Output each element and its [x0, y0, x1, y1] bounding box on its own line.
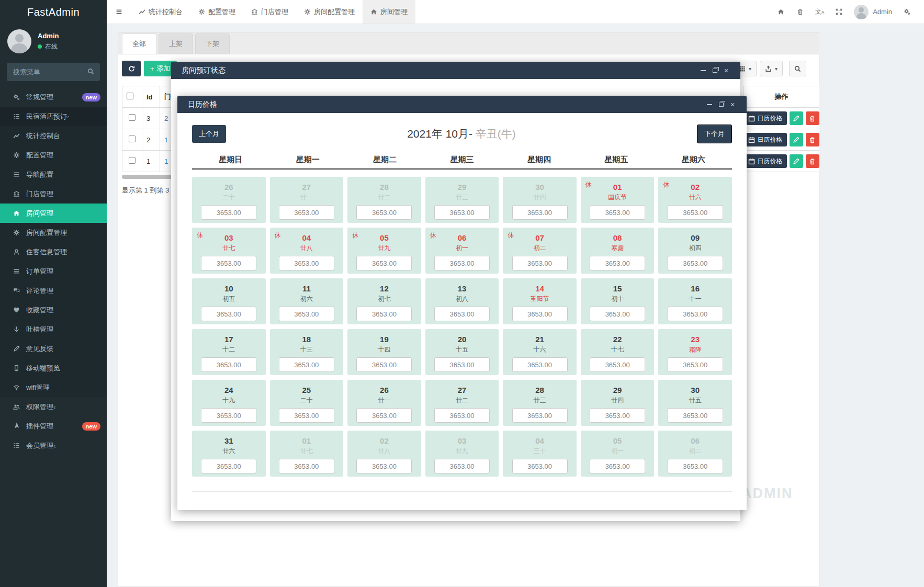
price-input[interactable]: [590, 256, 645, 270]
calendar-day-cell[interactable]: 休06初一: [425, 228, 499, 274]
topbar-tab-3[interactable]: 房间配置管理: [296, 0, 363, 24]
calendar-day-cell[interactable]: 休01国庆节: [581, 177, 655, 223]
price-input[interactable]: [590, 408, 645, 423]
price-input[interactable]: [512, 459, 568, 473]
calendar-price-button[interactable]: 日历价格: [744, 133, 787, 146]
sidebar-item-3[interactable]: 配置管理: [0, 145, 107, 165]
row-checkbox[interactable]: [129, 114, 136, 121]
minimize-button[interactable]: [704, 99, 715, 110]
calendar-day-cell[interactable]: 11初六: [270, 278, 344, 324]
home-icon-button[interactable]: [771, 8, 791, 15]
row-checkbox[interactable]: [129, 136, 136, 142]
price-input[interactable]: [668, 357, 723, 372]
sidebar-item-5[interactable]: 门店管理: [0, 184, 107, 204]
calendar-day-cell[interactable]: 12初七: [347, 278, 421, 324]
calendar-day-cell[interactable]: 20十五: [425, 329, 499, 375]
calendar-price-button[interactable]: 日历价格: [744, 154, 787, 168]
price-input[interactable]: [356, 357, 412, 372]
price-input[interactable]: [279, 256, 334, 270]
calendar-day-cell[interactable]: 27廿一: [270, 177, 344, 223]
edit-button[interactable]: [790, 133, 803, 146]
price-input[interactable]: [668, 307, 723, 321]
sidebar-item-18[interactable]: 会员管理‹: [0, 436, 107, 455]
price-input[interactable]: [201, 459, 256, 473]
room-status-modal-header[interactable]: 房间预订状态 ×: [171, 62, 740, 79]
refresh-button[interactable]: [122, 61, 141, 76]
sidebar-item-8[interactable]: 住客信息管理: [0, 242, 107, 262]
price-input[interactable]: [512, 256, 568, 270]
price-input[interactable]: [590, 205, 645, 220]
price-input[interactable]: [434, 357, 490, 372]
topbar-tab-4[interactable]: 房间管理: [363, 0, 415, 24]
calendar-day-cell[interactable]: 10初五: [192, 278, 266, 324]
price-input[interactable]: [201, 357, 256, 372]
sidebar-item-7[interactable]: 房间配置管理: [0, 223, 107, 242]
calendar-day-cell[interactable]: 休05廿九: [347, 228, 421, 274]
sidebar-item-13[interactable]: 意见反馈: [0, 339, 107, 358]
calendar-day-cell[interactable]: 21十六: [503, 329, 577, 375]
menu-search-input[interactable]: [7, 63, 100, 81]
price-input[interactable]: [668, 205, 723, 220]
calendar-day-cell[interactable]: 16十一: [658, 278, 732, 324]
sidebar-item-14[interactable]: 移动端预览: [0, 358, 107, 378]
price-input[interactable]: [434, 256, 490, 270]
edit-button[interactable]: [790, 154, 803, 168]
price-input[interactable]: [279, 307, 334, 321]
sidebar-item-17[interactable]: 插件管理new: [0, 416, 107, 436]
export-dropdown-button[interactable]: ▾: [760, 61, 783, 76]
topbar-tab-0[interactable]: 统计控制台: [131, 0, 190, 24]
calendar-day-cell[interactable]: 24十九: [192, 380, 266, 426]
calendar-day-cell[interactable]: 29廿四: [581, 380, 655, 426]
price-input[interactable]: [512, 357, 568, 372]
price-input[interactable]: [512, 307, 568, 321]
close-button[interactable]: ×: [727, 99, 738, 110]
filter-tab-1[interactable]: 上架: [159, 33, 193, 54]
price-input[interactable]: [434, 408, 490, 423]
price-input[interactable]: [356, 256, 412, 270]
minimize-button[interactable]: [697, 65, 709, 76]
calendar-day-cell[interactable]: 28廿三: [503, 380, 577, 426]
price-input[interactable]: [356, 459, 412, 473]
select-all-checkbox[interactable]: [127, 93, 133, 99]
sidebar-item-active[interactable]: 房间管理: [0, 204, 107, 223]
price-input[interactable]: [434, 307, 490, 321]
calendar-day-cell[interactable]: 31廿六: [192, 431, 266, 477]
table-search-button[interactable]: [789, 61, 806, 76]
calendar-day-cell[interactable]: 27廿二: [425, 380, 499, 426]
topbar-tab-1[interactable]: 配置管理: [190, 0, 243, 24]
price-input[interactable]: [590, 459, 645, 473]
price-input[interactable]: [279, 408, 334, 423]
calendar-day-cell[interactable]: 休07初二: [503, 228, 577, 274]
calendar-day-cell[interactable]: 03廿九: [425, 431, 499, 477]
price-input[interactable]: [279, 205, 334, 220]
price-input[interactable]: [434, 459, 490, 473]
price-input[interactable]: [512, 205, 568, 220]
calendar-day-cell[interactable]: 15初十: [581, 278, 655, 324]
price-input[interactable]: [201, 256, 256, 270]
calendar-day-cell[interactable]: 28廿二: [347, 177, 421, 223]
fullscreen-icon-button[interactable]: [829, 8, 849, 15]
row-checkbox[interactable]: [129, 157, 136, 164]
calendar-day-cell[interactable]: 26二十: [192, 177, 266, 223]
store-id-link[interactable]: 2: [164, 115, 168, 122]
calendar-day-cell[interactable]: 22十七: [581, 329, 655, 375]
column-header-id[interactable]: Id: [142, 86, 160, 108]
delete-button[interactable]: [806, 154, 819, 168]
sidebar-item-12[interactable]: 吐槽管理: [0, 320, 107, 339]
calendar-day-cell[interactable]: 17十二: [192, 329, 266, 375]
calendar-price-button[interactable]: 日历价格: [744, 111, 787, 125]
calendar-day-cell[interactable]: 13初八: [425, 278, 499, 324]
filter-tab-0[interactable]: 全部: [122, 33, 156, 54]
next-month-button[interactable]: 下个月: [697, 125, 732, 143]
restore-button[interactable]: [709, 65, 720, 76]
price-input[interactable]: [668, 256, 723, 270]
close-button[interactable]: ×: [720, 65, 732, 76]
store-id-link[interactable]: 1: [164, 157, 168, 165]
calendar-day-cell[interactable]: 26廿一: [347, 380, 421, 426]
sidebar-item-15[interactable]: wifi管理: [0, 378, 107, 397]
price-input[interactable]: [356, 408, 412, 423]
price-input[interactable]: [668, 459, 723, 473]
sidebar-item-0[interactable]: 常规管理new: [0, 87, 107, 107]
price-input[interactable]: [356, 205, 412, 220]
calendar-day-cell[interactable]: 06初二: [658, 431, 732, 477]
